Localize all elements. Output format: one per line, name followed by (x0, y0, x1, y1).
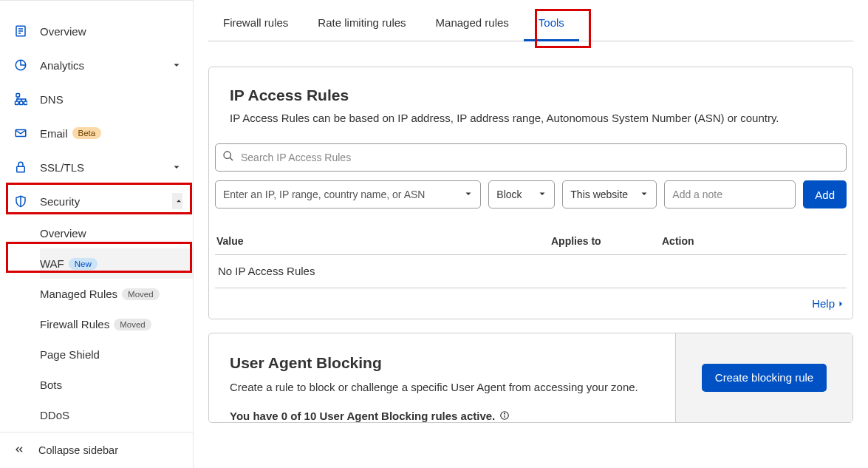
note-input[interactable] (664, 180, 796, 208)
search-icon (222, 150, 234, 164)
badge-moved: Moved (114, 319, 151, 330)
tabs: Firewall rules Rate limiting rules Manag… (208, 16, 853, 41)
sidebar-item-label: DNS (40, 93, 182, 106)
sidebar-item-label: Email (40, 127, 68, 140)
sidebar-item-ssl[interactable]: SSL/TLS (0, 150, 193, 184)
table-empty-state: No IP Access Rules (215, 255, 847, 288)
shield-icon (10, 194, 31, 208)
svg-rect-10 (17, 166, 25, 172)
sidebar-sub-managed[interactable]: Managed Rules Moved (40, 279, 193, 309)
chevron-down-icon (464, 189, 473, 200)
info-icon (499, 410, 510, 421)
email-icon (10, 126, 31, 140)
sidebar-item-label: Managed Rules (40, 288, 117, 300)
sidebar-item-label: Analytics (40, 59, 172, 72)
svg-line-13 (230, 157, 233, 160)
ip-access-rules-card: IP Access Rules IP Access Rules can be b… (208, 67, 853, 319)
dropdown-label: Block (496, 189, 522, 200)
svg-rect-6 (16, 101, 19, 105)
sidebar-item-label: DDoS (40, 409, 182, 421)
chevron-down-icon (172, 61, 182, 69)
sidebar-sub-firewall[interactable]: Firewall Rules Moved (40, 309, 193, 339)
sidebar-item-label: Overview (40, 25, 182, 38)
user-agent-blocking-card: User Agent Blocking Create a rule to blo… (208, 333, 853, 423)
dns-icon (10, 92, 31, 106)
add-button[interactable]: Add (803, 180, 847, 208)
sidebar-sub-ddos[interactable]: DDoS (40, 400, 193, 430)
sidebar-sub-waf[interactable]: WAF New (40, 248, 193, 279)
table-header: Value Applies to Action (215, 222, 847, 255)
chevron-down-icon (172, 163, 182, 172)
sidebar-sub-overview[interactable]: Overview (40, 218, 193, 248)
sidebar-item-label: Bots (40, 379, 182, 391)
sidebar-item-label: SSL/TLS (40, 161, 172, 174)
tab-managed-rules[interactable]: Managed rules (421, 16, 524, 41)
sidebar-item-label: Security (40, 195, 172, 208)
sidebar-item-label: Overview (40, 227, 182, 240)
svg-rect-8 (24, 101, 28, 105)
svg-point-12 (224, 152, 230, 158)
sidebar-item-label: Page Shield (40, 348, 182, 361)
ip-input-dropdown[interactable]: Enter an IP, IP range, country name, or … (215, 180, 481, 208)
badge-moved: Moved (122, 288, 160, 300)
dropdown-label: Enter an IP, IP range, country name, or … (223, 189, 425, 200)
tab-rate-limiting[interactable]: Rate limiting rules (303, 16, 420, 41)
sidebar-item-label: WAF (40, 257, 64, 270)
action-dropdown[interactable]: Block (488, 180, 555, 208)
card-title: User Agent Blocking (230, 354, 655, 372)
tab-firewall-rules[interactable]: Firewall rules (208, 16, 303, 41)
lock-icon (10, 160, 31, 174)
scope-dropdown[interactable]: This website (562, 180, 657, 208)
help-link[interactable]: Help (812, 297, 845, 310)
chevron-down-icon (640, 189, 649, 200)
sidebar-item-email[interactable]: Email Beta (0, 116, 193, 150)
sidebar-item-security[interactable]: Security (0, 184, 193, 218)
sidebar-item-dns[interactable]: DNS (0, 82, 193, 116)
chevron-right-icon (836, 299, 845, 308)
svg-rect-5 (16, 94, 20, 98)
tab-tools[interactable]: Tools (524, 16, 579, 41)
analytics-icon (10, 58, 31, 72)
dropdown-label: This website (570, 189, 628, 200)
search-input[interactable] (215, 143, 847, 172)
create-blocking-rule-button[interactable]: Create blocking rule (702, 364, 827, 392)
column-action: Action (662, 235, 847, 247)
badge-new: New (69, 258, 98, 270)
card-title: IP Access Rules (230, 87, 832, 104)
svg-rect-7 (20, 101, 24, 105)
card-description: Create a rule to block or challenge a sp… (230, 379, 655, 396)
collapse-sidebar-button[interactable]: Collapse sidebar (0, 433, 193, 468)
card-note: You have 0 of 10 User Agent Blocking rul… (230, 410, 655, 422)
sidebar-sub-bots[interactable]: Bots (40, 370, 193, 400)
collapse-label: Collapse sidebar (38, 444, 118, 456)
svg-point-16 (505, 413, 505, 414)
sidebar-item-analytics[interactable]: Analytics (0, 48, 193, 82)
chevrons-left-icon (13, 444, 25, 458)
overview-icon (10, 24, 31, 38)
chevron-up-icon (172, 193, 182, 209)
sidebar-item-label: Firewall Rules (40, 318, 109, 330)
column-applies: Applies to (551, 235, 662, 247)
help-label: Help (812, 297, 835, 310)
sidebar-item-overview[interactable]: Overview (0, 14, 193, 48)
chevron-down-icon (538, 189, 547, 200)
card-description: IP Access Rules can be based on IP addre… (230, 112, 832, 124)
badge-beta: Beta (72, 127, 102, 139)
sidebar-sub-pageshield[interactable]: Page Shield (40, 339, 193, 370)
column-value: Value (215, 235, 551, 247)
